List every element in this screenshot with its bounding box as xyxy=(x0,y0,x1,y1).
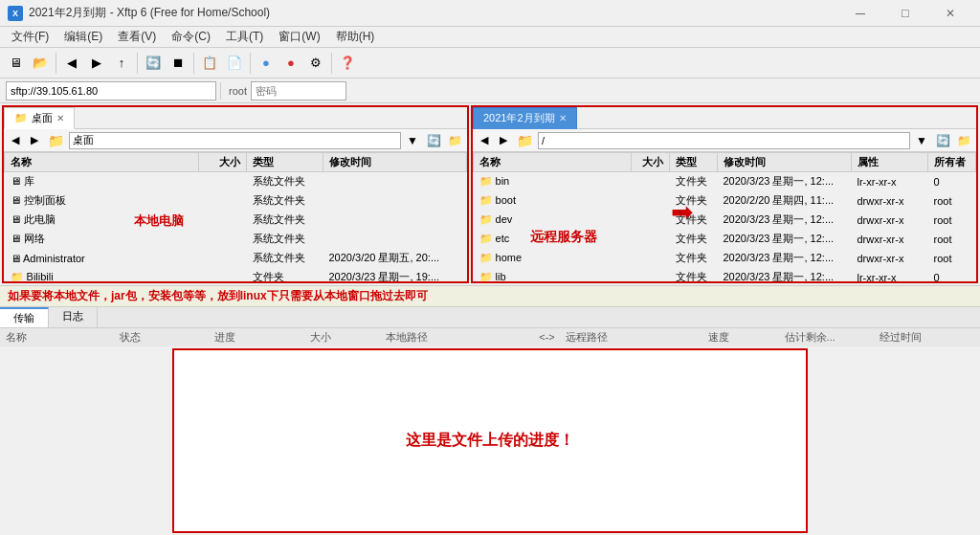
server-address-input[interactable] xyxy=(6,81,216,100)
rcol-modified[interactable]: 修改时间 xyxy=(718,153,852,172)
local-back-btn[interactable]: ◀ xyxy=(7,132,24,149)
local-file-list-container[interactable]: 名称 大小 类型 修改时间 🖥 库 系统文件夹 🖥 控制面板 系统文件夹 🖥 此… xyxy=(4,152,467,281)
rfile-attr: drwxr-xr-x xyxy=(852,230,928,249)
local-file-row[interactable]: 📁 Bilibili 文件夹 2020/3/23 星期一, 19:... xyxy=(5,268,467,281)
toolbar-sep-2 xyxy=(137,53,138,74)
local-path-input[interactable] xyxy=(69,132,401,149)
rcol-owner[interactable]: 所有者 xyxy=(928,153,976,172)
menu-command[interactable]: 命令(C) xyxy=(164,27,218,47)
toolbar-sep-3 xyxy=(193,53,194,74)
remote-path-input[interactable] xyxy=(538,132,910,149)
tcol-remote-path: 远程路径 xyxy=(566,330,708,345)
local-tab-close[interactable]: ✕ xyxy=(56,113,64,123)
rcol-size[interactable]: 大小 xyxy=(632,153,670,172)
transfer-tabs: 传输 日志 xyxy=(0,306,980,327)
rfile-owner: 0 xyxy=(928,268,976,281)
remote-tab-close[interactable]: ✕ xyxy=(559,113,567,123)
bottom-note: 如果要将本地文件，jar包，安装包等等，放到linux下只需要从本地窗口拖过去即… xyxy=(0,285,980,306)
rcol-type[interactable]: 类型 xyxy=(670,153,718,172)
remote-file-row[interactable]: 📁 lib 文件夹 2020/3/23 星期一, 12:... lr-xr-xr… xyxy=(474,268,976,281)
rfile-name: 📁 home xyxy=(474,249,632,268)
close-button[interactable]: ✕ xyxy=(928,3,972,24)
rfile-size xyxy=(632,230,670,249)
menu-edit[interactable]: 编辑(E) xyxy=(56,27,110,47)
addr-sep xyxy=(220,82,221,100)
rfile-type: 文件夹 xyxy=(670,230,718,249)
tcol-status: 状态 xyxy=(120,330,214,345)
transfer-tab-log[interactable]: 日志 xyxy=(49,307,98,327)
remote-tab-active[interactable]: 2021年2月到期 ✕ xyxy=(473,107,577,129)
minimize-button[interactable]: ─ xyxy=(838,3,882,24)
remote-back-btn[interactable]: ◀ xyxy=(476,132,493,149)
remote-file-row[interactable]: 📁 etc 文件夹 2020/3/23 星期一, 12:... drwxr-xr… xyxy=(474,230,976,249)
local-file-row[interactable]: 🖥 控制面板 系统文件夹 xyxy=(5,191,467,211)
local-file-row[interactable]: 🖥 网络 系统文件夹 xyxy=(5,230,467,249)
tb-paste[interactable]: 📄 xyxy=(223,52,246,75)
tb-up[interactable]: ↑ xyxy=(110,52,133,75)
local-file-row[interactable]: 🖥 此电脑 系统文件夹 xyxy=(5,211,467,230)
local-dropdown-btn[interactable]: ▼ xyxy=(403,132,422,149)
remote-nav-bar: ◀ ▶ 📁 ▼ 🔄 📁 xyxy=(473,129,976,152)
tcol-speed: 速度 xyxy=(708,330,784,345)
tcol-elapsed: 经过时间 xyxy=(880,330,974,345)
menu-view[interactable]: 查看(V) xyxy=(110,27,164,47)
file-size xyxy=(199,230,247,249)
remote-dropdown-btn[interactable]: ▼ xyxy=(912,132,931,149)
transfer-tab-transfer[interactable]: 传输 xyxy=(0,307,49,327)
remote-forward-btn[interactable]: ▶ xyxy=(495,132,512,149)
file-modified: 2020/3/20 星期五, 20:... xyxy=(323,249,467,268)
maximize-button[interactable]: □ xyxy=(883,3,927,24)
remote-file-row[interactable]: 📁 bin 文件夹 2020/3/23 星期一, 12:... lr-xr-xr… xyxy=(474,172,976,191)
tb-refresh[interactable]: 🔄 xyxy=(142,52,165,75)
local-forward-btn[interactable]: ▶ xyxy=(26,132,43,149)
file-name: 🖥 控制面板 xyxy=(5,191,199,211)
tb-back[interactable]: ◀ xyxy=(60,52,83,75)
remote-file-row[interactable]: 📁 dev 文件夹 2020/3/23 星期一, 12:... drwxr-xr… xyxy=(474,211,976,230)
menu-window[interactable]: 窗口(W) xyxy=(271,27,327,47)
file-size xyxy=(199,249,247,268)
tb-settings[interactable]: ⚙ xyxy=(304,52,327,75)
rfile-size xyxy=(632,191,670,211)
rfile-modified: 2020/3/23 星期一, 12:... xyxy=(718,172,852,191)
rfile-attr: lr-xr-xr-x xyxy=(852,172,928,191)
tb-open[interactable]: 📂 xyxy=(29,52,52,75)
file-name: 🖥 此电脑 xyxy=(5,211,199,230)
rfile-owner: 0 xyxy=(928,172,976,191)
col-modified[interactable]: 修改时间 xyxy=(323,153,467,172)
tb-forward[interactable]: ▶ xyxy=(85,52,108,75)
local-newdir-btn[interactable]: 📁 xyxy=(445,132,464,149)
rfile-modified: 2020/3/23 星期一, 12:... xyxy=(718,211,852,230)
file-name: 🖥 Administrator xyxy=(5,249,199,268)
tb-copy[interactable]: 📋 xyxy=(198,52,221,75)
remote-file-row[interactable]: 📁 home 文件夹 2020/3/23 星期一, 12:... drwxr-x… xyxy=(474,249,976,268)
file-type: 文件夹 xyxy=(247,268,323,281)
tb-new-session[interactable]: 🖥 xyxy=(4,52,27,75)
file-name: 🖥 库 xyxy=(5,172,199,191)
remote-file-list-container[interactable]: 名称 大小 类型 修改时间 属性 所有者 📁 bin 文件夹 2020/3/23… xyxy=(473,152,976,281)
local-file-row[interactable]: 🖥 Administrator 系统文件夹 2020/3/20 星期五, 20:… xyxy=(5,249,467,268)
menu-tools[interactable]: 工具(T) xyxy=(218,27,271,47)
rfile-type: 文件夹 xyxy=(670,268,718,281)
col-size[interactable]: 大小 xyxy=(199,153,247,172)
col-name[interactable]: 名称 xyxy=(5,153,199,172)
rcol-attr[interactable]: 属性 xyxy=(852,153,928,172)
tb-connect[interactable]: ● xyxy=(255,52,278,75)
tcol-direction: <-> xyxy=(528,331,567,343)
password-input[interactable] xyxy=(251,81,346,100)
rfile-type: 文件夹 xyxy=(670,172,718,191)
remote-refresh-btn[interactable]: 🔄 xyxy=(933,132,952,149)
menu-file[interactable]: 文件(F) xyxy=(4,27,56,47)
col-type[interactable]: 类型 xyxy=(247,153,323,172)
tb-disconnect[interactable]: ● xyxy=(279,52,302,75)
remote-newdir-btn[interactable]: 📁 xyxy=(954,132,973,149)
rcol-name[interactable]: 名称 xyxy=(474,153,632,172)
local-tab-desktop[interactable]: 📁 桌面 ✕ xyxy=(4,107,75,129)
tb-stop[interactable]: ⏹ xyxy=(167,52,189,75)
local-file-row[interactable]: 🖥 库 系统文件夹 xyxy=(5,172,467,191)
tb-help[interactable]: ❓ xyxy=(336,52,359,75)
local-refresh-btn[interactable]: 🔄 xyxy=(424,132,443,149)
menu-help[interactable]: 帮助(H) xyxy=(328,27,383,47)
rfile-size xyxy=(632,211,670,230)
menu-bar: 文件(F) 编辑(E) 查看(V) 命令(C) 工具(T) 窗口(W) 帮助(H… xyxy=(0,27,980,48)
remote-file-row[interactable]: 📁 boot 文件夹 2020/2/20 星期四, 11:... drwxr-x… xyxy=(474,191,976,211)
